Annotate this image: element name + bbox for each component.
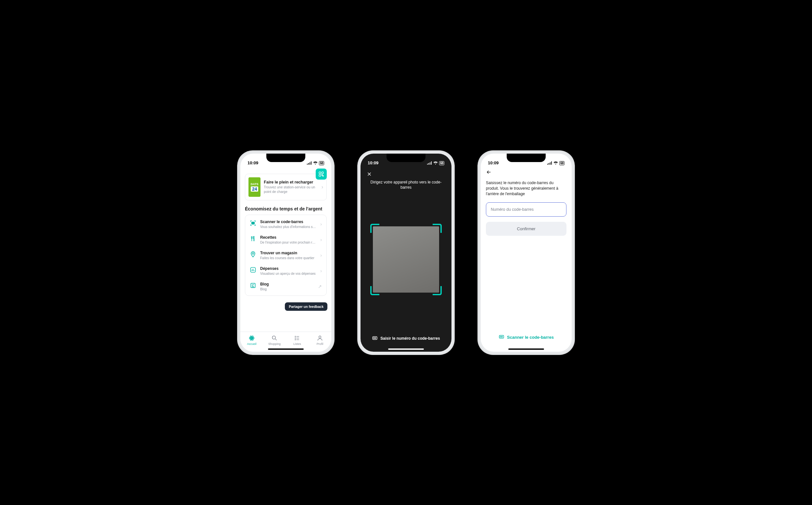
chevron-right-icon: › xyxy=(320,237,322,242)
barcode-icon xyxy=(372,335,378,342)
menu-item-recipes[interactable]: Recettes De l'inspiration pour votre pro… xyxy=(245,232,326,247)
menu-item-title: Recettes xyxy=(260,235,316,240)
scan-barcode-link[interactable]: Scanner le code-barres xyxy=(481,327,572,352)
chevron-right-icon: › xyxy=(320,268,322,274)
menu-item-blog[interactable]: Blog Blog ↗ xyxy=(245,279,326,294)
cellular-signal-icon xyxy=(427,161,432,165)
chevron-right-icon: › xyxy=(320,221,322,227)
back-button[interactable] xyxy=(481,167,492,178)
svg-point-23 xyxy=(295,339,296,340)
enter-barcode-label: Saisir le numéro du code-barres xyxy=(380,336,440,341)
svg-point-13 xyxy=(253,252,254,254)
status-time: 10:09 xyxy=(368,160,378,165)
svg-rect-9 xyxy=(252,222,252,224)
barcode-scan-icon xyxy=(250,220,256,226)
phone-frame-3: 10:09 68 Saisissez le numéro du code-bar… xyxy=(477,150,575,355)
tab-profile[interactable]: Profil xyxy=(309,332,331,348)
notch xyxy=(266,154,305,162)
svg-rect-12 xyxy=(254,222,254,224)
svg-rect-3 xyxy=(311,161,312,165)
viewfinder-corner xyxy=(370,224,379,233)
svg-rect-10 xyxy=(253,222,253,224)
barcode-entry-instruction: Saisissez le numéro du code-barres du pr… xyxy=(481,178,572,197)
feedback-button[interactable]: Partager un feedback xyxy=(285,302,327,311)
tab-label: Accueil xyxy=(247,342,256,346)
external-link-icon: ↗ xyxy=(318,284,322,289)
home-indicator xyxy=(508,348,544,350)
chevron-right-icon: › xyxy=(320,252,322,258)
mockup-stage: 10:09 68 xyxy=(162,101,650,404)
menu-item-title: Blog xyxy=(260,282,314,287)
tab-lists[interactable]: Listes xyxy=(286,332,309,348)
store-location-icon xyxy=(250,251,256,258)
bar-chart-icon xyxy=(250,267,256,273)
svg-point-22 xyxy=(295,338,296,338)
menu-item-subtitle: Visualisez un aperçu de vos dépenses xyxy=(260,272,316,276)
tab-home[interactable]: Accueil xyxy=(240,332,263,348)
tab-label: Shopping xyxy=(268,342,281,346)
status-time: 10:09 xyxy=(488,160,499,165)
notch xyxy=(386,154,426,162)
home-icon xyxy=(249,335,255,341)
battery-indicator: 68 xyxy=(439,161,444,165)
menu-item-title: Scanner le code-barres xyxy=(260,219,316,224)
cellular-signal-icon xyxy=(307,161,312,165)
svg-rect-28 xyxy=(431,161,432,165)
menu-item-find-store[interactable]: Trouver un magasin Faites les courses da… xyxy=(245,247,326,263)
menu-item-title: Dépenses xyxy=(260,266,316,271)
menu-item-expenses[interactable]: Dépenses Visualisez un aperçu de vos dép… xyxy=(245,263,326,279)
search-icon xyxy=(271,335,278,341)
dats24-logo: DATS 24 xyxy=(249,177,261,197)
svg-rect-0 xyxy=(307,164,308,165)
svg-rect-26 xyxy=(429,163,429,165)
dats24-title: Faire le plein et recharger xyxy=(264,180,318,184)
menu-item-scan-barcode[interactable]: Scanner le code-barres Vous souhaitez pl… xyxy=(245,216,326,232)
qr-scan-button[interactable] xyxy=(316,169,327,180)
tab-label: Listes xyxy=(293,342,301,346)
viewfinder xyxy=(360,190,452,328)
section-title: Économisez du temps et de l'argent xyxy=(245,206,327,211)
barcode-number-input[interactable]: Numéro du code-barres xyxy=(486,202,566,217)
viewfinder-preview xyxy=(373,226,439,293)
battery-indicator: 68 xyxy=(319,161,324,165)
news-icon xyxy=(250,282,256,289)
svg-rect-1 xyxy=(308,163,309,165)
svg-rect-2 xyxy=(310,162,310,165)
close-button[interactable] xyxy=(365,170,373,178)
scan-barcode-label: Scanner le code-barres xyxy=(507,335,554,340)
chevron-right-icon: › xyxy=(322,184,323,190)
home-indicator xyxy=(268,348,304,350)
svg-point-21 xyxy=(295,336,296,337)
cellular-signal-icon xyxy=(547,161,552,165)
svg-rect-7 xyxy=(322,174,323,175)
phone-frame-1: 10:09 68 xyxy=(237,150,335,355)
menu-item-subtitle: Blog xyxy=(260,288,314,291)
svg-rect-33 xyxy=(551,161,552,165)
camera-instruction: Dirigez votre appareil photo vers le cod… xyxy=(360,180,452,191)
viewfinder-corner xyxy=(433,224,442,233)
tab-shopping[interactable]: Shopping xyxy=(263,332,286,348)
svg-rect-11 xyxy=(253,222,254,224)
menu-card: Scanner le code-barres Vous souhaitez pl… xyxy=(245,215,327,296)
tab-label: Profil xyxy=(317,342,324,346)
svg-rect-25 xyxy=(427,164,428,165)
svg-rect-8 xyxy=(323,175,324,176)
phone-frame-2: 10:09 68 Dirigez votre appareil photo ve… xyxy=(357,150,455,355)
home-indicator xyxy=(388,348,424,350)
svg-rect-5 xyxy=(322,172,324,173)
wifi-icon xyxy=(433,161,438,165)
svg-rect-30 xyxy=(547,164,548,165)
barcode-icon xyxy=(499,334,504,341)
wifi-icon xyxy=(553,161,558,165)
menu-item-title: Trouver un magasin xyxy=(260,251,316,255)
wifi-icon xyxy=(313,161,318,165)
notch xyxy=(507,154,546,162)
confirm-button[interactable]: Confirmer xyxy=(486,222,566,236)
profile-icon xyxy=(317,335,323,341)
menu-item-subtitle: Vous souhaitez plus d'informations sur… xyxy=(260,225,316,229)
svg-point-16 xyxy=(251,337,252,338)
menu-item-subtitle: Faites les courses dans votre quartier xyxy=(260,256,316,260)
dats24-card[interactable]: DATS 24 Faire le plein et recharger Trou… xyxy=(245,174,327,200)
status-time: 10:09 xyxy=(248,160,258,165)
menu-item-subtitle: De l'inspiration pour votre prochain rep… xyxy=(260,241,316,244)
